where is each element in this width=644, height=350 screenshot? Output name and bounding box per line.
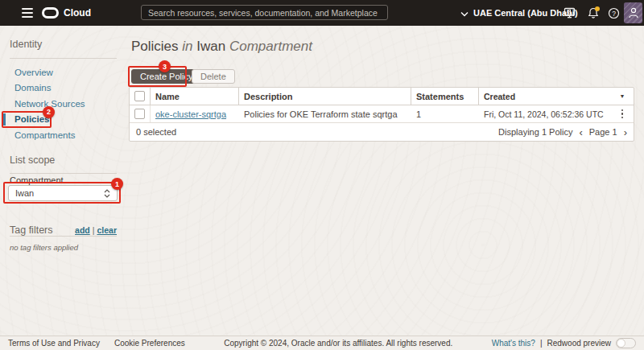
tag-filters-title: Tag filters [10,224,53,236]
copyright-text: Copyright © 2024, Oracle and/or its affi… [185,339,492,348]
column-header-description[interactable]: Description [239,88,411,105]
sidebar-item-network-sources[interactable]: Network Sources [0,96,125,112]
brand-label: Cloud [64,7,91,19]
tag-filters-empty-text: no tag filters applied [10,243,78,252]
redwood-preview-label: Redwood preview [547,339,612,348]
announcements-icon[interactable] [562,6,576,20]
compartment-label: Compartment [10,175,64,185]
region-selector[interactable]: UAE Central (Abu Dhabi) [460,0,578,26]
topbar: Cloud UAE Central (Abu Dhabi) ? [0,0,644,26]
table-footer-row: 0 selected Displaying 1 Policy ‹ Page 1 … [130,123,634,141]
sidebar-item-domains[interactable]: Domains [0,80,125,97]
selected-count: 0 selected [130,127,176,137]
displaying-count: Displaying 1 Policy [498,127,572,137]
notifications-bell-icon[interactable] [586,6,601,20]
policy-statements: 1 [411,105,479,122]
svg-text:?: ? [612,9,616,17]
selected-indicator [3,113,6,126]
page-prev-icon[interactable]: ‹ [579,127,582,138]
identity-section-title: Identity [10,39,42,50]
table-row: oke-cluster-sqrtga Policies for OKE Terr… [130,105,634,123]
footer-separator: | [540,339,543,348]
table-header-row: Name Description Statements Created ▼ [130,88,634,105]
tag-clear-link[interactable]: clear [97,225,117,235]
row-actions-kebab-icon[interactable] [619,107,626,121]
hamburger-menu-icon[interactable] [22,8,33,18]
toggle-knob [617,339,625,348]
policies-table: Name Description Statements Created ▼ ok… [129,87,634,142]
search-input[interactable] [141,5,388,20]
avatar[interactable] [624,2,642,23]
policy-description: Policies for OKE Terraform state sqrtga [239,105,411,122]
page-title: Policies in Iwan Compartment [131,39,312,55]
notification-dot [595,6,600,11]
select-all-checkbox[interactable] [134,91,145,101]
compartment-select[interactable]: Iwan [8,185,118,201]
column-header-statements[interactable]: Statements [411,88,479,105]
oracle-logo-icon[interactable] [42,7,59,19]
page-label: Page 1 [589,127,617,137]
sidebar-item-compartments[interactable]: Compartments [0,127,125,143]
policy-created: Fri, Oct 11, 2024, 06:52:36 UTC [479,105,611,122]
divider [10,236,117,237]
person-icon [628,6,639,19]
page-footer: Terms of Use and Privacy Cookie Preferen… [0,336,644,350]
column-header-created[interactable]: Created [479,88,611,105]
sidebar-item-policies[interactable]: Policies 2 [0,112,125,128]
sort-caret-icon[interactable]: ▼ [620,93,625,99]
delete-button[interactable]: Delete [192,69,235,84]
select-spinner-icon [104,189,110,198]
divider [10,58,117,59]
divider [10,173,117,174]
row-checkbox[interactable] [134,109,145,119]
tag-add-link[interactable]: add [75,225,90,235]
cookie-preferences-link[interactable]: Cookie Preferences [114,339,185,348]
chevron-down-icon [460,6,469,20]
list-scope-title: List scope [10,154,55,166]
identity-nav: Overview Domains Network Sources Policie… [0,64,125,143]
sidebar: Identity Overview Domains Network Source… [0,26,125,336]
sidebar-item-overview[interactable]: Overview [0,64,125,80]
column-header-name[interactable]: Name [151,88,239,105]
help-icon[interactable]: ? [606,6,621,20]
page-next-icon[interactable]: › [624,127,627,138]
redwood-preview-toggle[interactable] [616,338,636,348]
tag-separator: | [93,225,95,235]
terms-link[interactable]: Terms of Use and Privacy [8,339,100,348]
compartment-value: Iwan [15,188,34,198]
whats-this-link[interactable]: What's this? [492,339,535,348]
policy-name-link[interactable]: oke-cluster-sqrtga [155,109,226,119]
